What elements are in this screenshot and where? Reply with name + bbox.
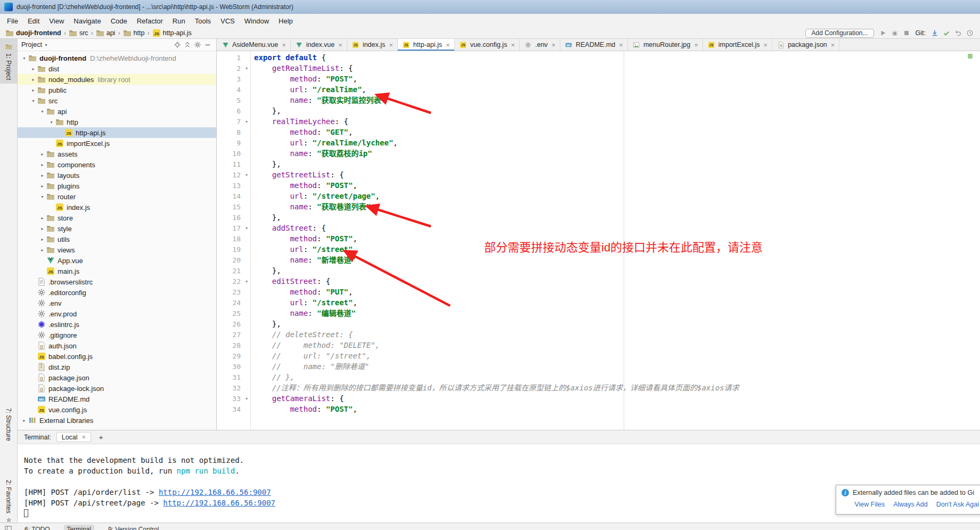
toolwindow-toggle-icon[interactable] xyxy=(5,526,12,530)
history-button[interactable] xyxy=(965,28,975,38)
settings-button[interactable] xyxy=(193,40,202,50)
tab-package-json[interactable]: {}package.json× xyxy=(772,39,839,51)
breadcrumb-item-src[interactable]: src xyxy=(69,29,88,37)
tree-item-assets[interactable]: ►assets xyxy=(18,149,216,159)
tree-item-components[interactable]: ►components xyxy=(18,159,216,170)
menu-file[interactable]: File xyxy=(2,15,23,27)
tree-item-http[interactable]: ▼http xyxy=(18,117,216,127)
tree-item-external-libraries[interactable]: ►External Libraries xyxy=(18,415,216,426)
editor[interactable]: 12▼34567▼89101112▼1314151617▼1819202122▼… xyxy=(217,51,980,430)
tree-item-index-js[interactable]: JSindex.js xyxy=(18,202,216,213)
tool-button-2-favorites[interactable]: 2: Favorites xyxy=(0,477,17,528)
tree-item-dist-zip[interactable]: dist.zip xyxy=(18,362,216,372)
tree-item-vue-config-js[interactable]: JSvue.config.js xyxy=(18,404,216,415)
close-icon[interactable]: × xyxy=(694,41,698,49)
statusbar-9-version-control[interactable]: 9: Version Control xyxy=(108,526,159,530)
breadcrumb-item-http-api-js[interactable]: JShttp-api.js xyxy=(152,29,192,37)
terminal-link[interactable]: http://192.168.66.56:9007 xyxy=(163,499,275,507)
chevron-down-icon[interactable]: ▼ xyxy=(44,43,48,47)
fold-icon[interactable]: ▼ xyxy=(243,280,250,283)
tree-item-layouts[interactable]: ►layouts xyxy=(18,170,216,181)
tree-item-views[interactable]: ►views xyxy=(18,244,216,255)
tree-item-editorconfig[interactable]: .editorconfig xyxy=(18,287,216,298)
tree-item-env-prod[interactable]: .env.prod xyxy=(18,308,216,319)
fold-icon[interactable]: ▼ xyxy=(243,173,250,177)
terminal-tab-local[interactable]: Local × xyxy=(56,432,91,442)
statusbar-6-todo[interactable]: 6: TODO xyxy=(24,526,50,530)
tab-env[interactable]: .env× xyxy=(520,39,560,51)
stop-button[interactable] xyxy=(902,28,911,38)
tab-readme-md[interactable]: MDREADME.md× xyxy=(560,39,628,51)
locate-button[interactable] xyxy=(173,40,182,50)
fold-icon[interactable]: ▼ xyxy=(243,120,250,124)
debug-button[interactable] xyxy=(890,28,900,38)
new-terminal-button[interactable]: + xyxy=(96,433,105,442)
close-icon[interactable]: × xyxy=(389,41,393,49)
project-panel-title[interactable]: Project xyxy=(21,41,42,48)
menu-run[interactable]: Run xyxy=(168,15,190,27)
tree-item-store[interactable]: ►store xyxy=(18,213,216,223)
tree-item-router[interactable]: ▼router xyxy=(18,191,216,202)
menu-view[interactable]: View xyxy=(44,15,69,27)
menu-window[interactable]: Window xyxy=(240,15,274,27)
tree-item-style[interactable]: ►style xyxy=(18,223,216,234)
tree-item-public[interactable]: ►public xyxy=(18,85,216,95)
tab-vue-config-js[interactable]: JSvue.config.js× xyxy=(455,39,520,51)
menu-tools[interactable]: Tools xyxy=(190,15,216,27)
commit-button[interactable] xyxy=(942,28,951,38)
fold-icon[interactable]: ▼ xyxy=(243,397,250,401)
run-button[interactable] xyxy=(878,28,888,38)
tree-item-node-modules[interactable]: ►node_moduleslibrary root xyxy=(18,74,216,85)
close-icon[interactable]: × xyxy=(831,41,835,49)
menu-edit[interactable]: Edit xyxy=(23,15,44,27)
menu-help[interactable]: Help xyxy=(274,15,298,27)
tree-item-browserslistrc[interactable]: .browserslistrc xyxy=(18,276,216,287)
menu-vcs[interactable]: VCS xyxy=(216,15,240,27)
fold-icon[interactable]: ▼ xyxy=(243,67,250,70)
tree-item-env[interactable]: .env xyxy=(18,298,216,308)
tab-http-api-js[interactable]: JShttp-api.js× xyxy=(398,39,455,51)
collapse-button[interactable] xyxy=(183,40,192,50)
close-icon[interactable]: × xyxy=(619,41,623,49)
breadcrumb-item-http[interactable]: http xyxy=(123,29,145,37)
menu-navigate[interactable]: Navigate xyxy=(69,15,105,27)
tree-item-src[interactable]: ▼src xyxy=(18,95,216,106)
tree-item-babel-config-js[interactable]: JSbabel.config.js xyxy=(18,351,216,362)
tab-importexcel-js[interactable]: JSimportExcel.js× xyxy=(703,39,772,51)
tree-item-plugins[interactable]: ►plugins xyxy=(18,181,216,191)
hide-button[interactable] xyxy=(203,40,213,50)
tool-button-7-structure[interactable]: 7: Structure xyxy=(0,405,17,444)
close-icon[interactable]: × xyxy=(446,41,450,49)
tab-index-vue[interactable]: index.vue× xyxy=(291,39,347,51)
tree-item-gitignore[interactable]: .gitignore xyxy=(18,330,216,340)
tool-button-1-project[interactable]: 1: Project xyxy=(0,39,17,84)
tree-item-dist[interactable]: ►dist xyxy=(18,63,216,74)
breadcrumb-item-duoji-frontend[interactable]: duoji-frontend xyxy=(5,29,61,37)
tree-item-api[interactable]: ▼api xyxy=(18,106,216,117)
add-configuration-button[interactable]: Add Configuration... xyxy=(805,29,873,38)
tree-item-package-lock-json[interactable]: {}package-lock.json xyxy=(18,383,216,394)
tree-item-importexcel-js[interactable]: JSimportExcel.js xyxy=(18,138,216,149)
close-icon[interactable]: × xyxy=(338,41,342,49)
tree-item-readme-md[interactable]: MDREADME.md xyxy=(18,394,216,404)
tab-menurouter-jpg[interactable]: menuRouter.jpg× xyxy=(628,39,703,51)
menu-code[interactable]: Code xyxy=(106,15,132,27)
close-icon[interactable]: × xyxy=(82,433,86,441)
rollback-button[interactable] xyxy=(953,28,963,38)
inspection-indicator[interactable] xyxy=(968,54,973,59)
close-icon[interactable]: × xyxy=(764,41,768,49)
vcs-update-button[interactable] xyxy=(930,28,940,38)
fold-icon[interactable]: ▼ xyxy=(243,226,250,230)
notification-action-don-t-ask-agai[interactable]: Don't Ask Agai xyxy=(936,501,979,508)
tree-item-duoji-frontend[interactable]: ▼duoji-frontendD:\zheheWeb\duoji-fronten… xyxy=(18,53,216,63)
close-icon[interactable]: × xyxy=(282,41,286,49)
statusbar-terminal[interactable]: Terminal xyxy=(64,525,94,530)
terminal-link[interactable]: http://192.168.66.56:9007 xyxy=(159,488,271,496)
tree-item-package-json[interactable]: {}package.json xyxy=(18,372,216,383)
tab-asidemenu-vue[interactable]: AsideMenu.vue× xyxy=(217,39,291,51)
tree-item-eslintrc-js[interactable]: .eslintrc.js xyxy=(18,319,216,330)
tree-item-main-js[interactable]: JSmain.js xyxy=(18,266,216,276)
notification-action-view-files[interactable]: View Files xyxy=(854,501,885,508)
close-icon[interactable]: × xyxy=(551,41,556,49)
menu-refactor[interactable]: Refactor xyxy=(132,15,168,27)
